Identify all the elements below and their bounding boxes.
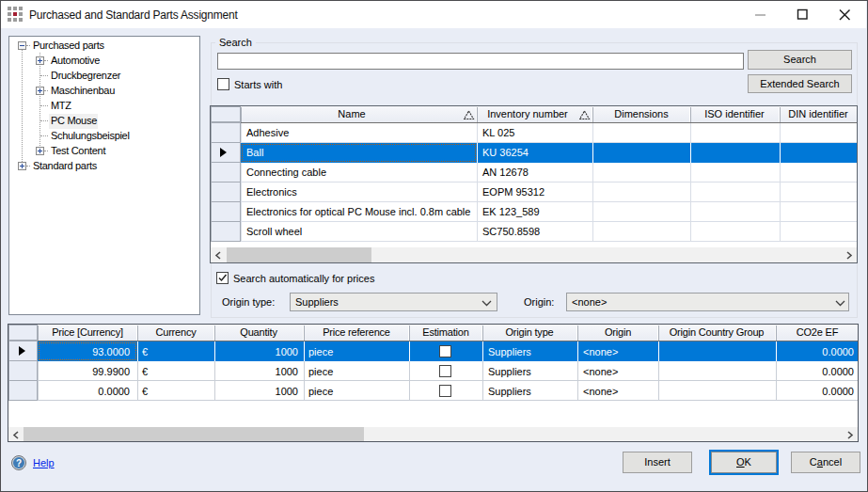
svg-text:?: ?	[16, 458, 22, 468]
